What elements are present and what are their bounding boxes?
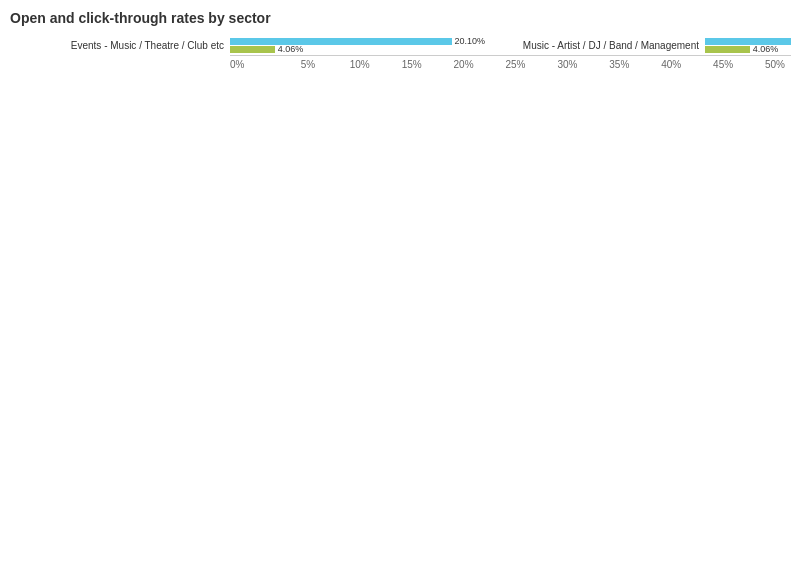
x-tick: 35% (593, 59, 645, 70)
x-tick: 30% (541, 59, 593, 70)
sector-label: Music - Artist / DJ / Band / Management (485, 36, 705, 54)
ctr-bar (230, 46, 275, 53)
x-tick: 40% (645, 59, 697, 70)
table-row: Events - Music / Theatre / Club etc20.10… (10, 36, 485, 54)
sector-label: Events - Music / Theatre / Club etc (10, 36, 230, 54)
open-rate-label: 20.10% (455, 36, 486, 46)
open-rate-bar (230, 38, 452, 45)
x-tick: 20% (438, 59, 490, 70)
bar-group: 20.10%4.06% (230, 36, 485, 54)
x-tick: 5% (282, 59, 334, 70)
table-row: Music - Artist / DJ / Band / Management2… (485, 36, 791, 54)
x-tick: 10% (334, 59, 386, 70)
open-rate-bar (705, 38, 791, 45)
x-tick: 15% (386, 59, 438, 70)
x-tick: 45% (697, 59, 749, 70)
ctr-label: 4.06% (753, 44, 779, 54)
chart-area: Events - Music / Theatre / Club etc20.10… (10, 36, 791, 55)
x-tick: 0% (230, 59, 282, 70)
ctr-bar (705, 46, 750, 53)
chart-title: Open and click-through rates by sector (10, 10, 791, 26)
x-tick: 50% (749, 59, 791, 70)
chart-container: Open and click-through rates by sector E… (10, 10, 791, 70)
x-axis: 0%5%10%15%20%25%30%35%40%45%50% (230, 55, 791, 70)
x-tick: 25% (490, 59, 542, 70)
bar-group: 23.69%4.06% (705, 36, 791, 54)
ctr-label: 4.06% (278, 44, 304, 54)
